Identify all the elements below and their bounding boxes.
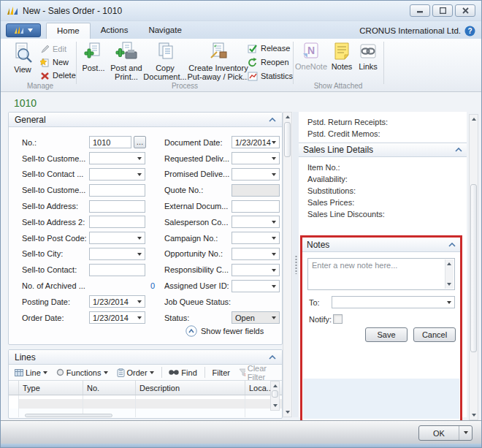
collapse-chevron-icon[interactable] xyxy=(455,148,462,152)
post-and-print-button[interactable]: Post and Print... xyxy=(109,42,144,81)
collapse-chevron-icon[interactable] xyxy=(269,118,276,122)
show-fewer-fields-button[interactable]: Show fewer fields xyxy=(185,325,264,337)
sell-to-customer-no-field[interactable] xyxy=(89,152,145,164)
clear-filter-button[interactable]: Clear Filter xyxy=(236,362,279,383)
reopen-button[interactable]: Reopen xyxy=(248,56,293,68)
sell-to-address2-field[interactable] xyxy=(89,216,145,228)
application-menu-button[interactable] xyxy=(6,23,41,37)
links-button[interactable]: Links xyxy=(356,42,380,71)
close-button[interactable] xyxy=(455,4,475,17)
cancel-note-button[interactable]: Cancel xyxy=(413,327,456,342)
field-label: Sell-to Post Code: xyxy=(22,234,89,243)
copy-document-button[interactable]: Copy Document... xyxy=(145,42,185,81)
sell-to-post-code-field[interactable] xyxy=(89,232,145,244)
ok-button[interactable]: OK xyxy=(418,425,473,441)
promised-delivery-date-field[interactable] xyxy=(232,168,280,181)
opportunity-no-field[interactable] xyxy=(232,248,280,260)
functions-menu-button[interactable]: Functions xyxy=(53,367,111,379)
new-button[interactable]: New xyxy=(40,56,76,68)
svg-text:?: ? xyxy=(467,27,472,35)
tab-navigate[interactable]: Navigate xyxy=(138,23,191,39)
page-title: 1010 xyxy=(14,97,37,109)
posting-date-field[interactable]: 1/23/2014 xyxy=(89,295,145,308)
left-pane-scrollbar[interactable] xyxy=(283,112,292,417)
save-note-button[interactable]: Save xyxy=(365,327,408,342)
delete-button[interactable]: Delete xyxy=(40,69,76,81)
notes-button[interactable]: Notes xyxy=(329,42,354,71)
line-icon xyxy=(15,369,23,376)
edit-button[interactable]: Edit xyxy=(40,43,76,55)
assigned-user-id-field[interactable] xyxy=(232,280,280,292)
release-button[interactable]: Release xyxy=(248,42,293,54)
no-of-archived-value[interactable]: 0 xyxy=(89,281,159,290)
sales-line-details-header[interactable]: Sales Line Details xyxy=(299,143,467,157)
sell-to-contact-no-field[interactable] xyxy=(89,168,145,181)
grid-horizontal-scrollbar[interactable] xyxy=(25,414,112,417)
substitutions-item[interactable]: Substitutions: xyxy=(307,185,458,197)
view-button[interactable]: View xyxy=(8,42,37,74)
field-row: Job Queue Status: xyxy=(164,294,281,310)
tab-home[interactable]: Home xyxy=(46,23,91,39)
column-header-no[interactable]: No. xyxy=(83,381,136,395)
create-inventory-putaway-pick-button[interactable]: Create Inventory Put-away / Pick... xyxy=(186,42,250,81)
sales-line-discounts-item[interactable]: Sales Line Discounts: xyxy=(307,208,458,220)
ok-dropdown-arrow[interactable] xyxy=(459,426,472,440)
order-date-field[interactable]: 1/23/2014 xyxy=(89,311,145,324)
sales-prices-item[interactable]: Sales Prices: xyxy=(307,197,458,208)
collapse-chevron-icon[interactable] xyxy=(269,355,276,360)
notify-checkbox[interactable] xyxy=(333,314,343,324)
item-no-item[interactable]: Item No.: xyxy=(307,162,458,173)
line-menu-button[interactable]: Line xyxy=(12,367,50,379)
note-to-field[interactable] xyxy=(332,296,455,308)
status-field[interactable]: Open xyxy=(232,311,280,324)
sell-to-city-field[interactable] xyxy=(89,248,145,260)
help-button[interactable]: ? xyxy=(464,26,475,38)
field-row: Posting Date: 1/23/2014 xyxy=(22,294,159,310)
external-document-no-field[interactable] xyxy=(232,200,280,213)
post-button[interactable]: Post... xyxy=(80,42,107,72)
tab-actions[interactable]: Actions xyxy=(91,23,139,39)
statistics-button[interactable]: Statistics xyxy=(248,70,293,82)
note-scrollbar[interactable] xyxy=(445,259,454,289)
lines-fasttab: Lines Line Functions Order xyxy=(8,349,283,419)
field-label: Sell-to City: xyxy=(22,249,89,258)
field-row: Sell-to Custome... xyxy=(22,151,159,167)
column-header-location[interactable]: Loca... xyxy=(245,381,270,395)
salesperson-code-field[interactable] xyxy=(232,216,280,228)
maximize-button[interactable] xyxy=(432,4,453,17)
content-area: 1010 General No.: 1010 … Sell-to Custome… xyxy=(1,92,481,420)
general-fasttab-header[interactable]: General xyxy=(9,113,282,127)
order-menu-button[interactable]: Order xyxy=(114,367,157,379)
requested-delivery-date-field[interactable] xyxy=(232,152,280,164)
sell-to-contact-field[interactable] xyxy=(89,264,145,276)
grid-row[interactable] xyxy=(9,399,282,409)
no-field[interactable]: 1010 xyxy=(89,136,131,148)
find-button[interactable]: Find xyxy=(166,367,199,379)
right-pane-scrollbar[interactable] xyxy=(469,114,478,420)
campaign-no-field[interactable] xyxy=(232,232,280,244)
document-date-field[interactable]: 1/23/2014 xyxy=(232,136,280,148)
pane-splitter[interactable] xyxy=(293,112,299,417)
assist-edit-button[interactable]: … xyxy=(134,136,146,148)
field-row: Sell-to Custome... xyxy=(22,182,159,198)
notes-ribbon-label: Notes xyxy=(332,62,353,71)
filter-button[interactable]: Filter xyxy=(210,367,233,379)
post-and-print-label: Post and Print... xyxy=(109,64,144,81)
note-input[interactable]: Enter a new note here... xyxy=(307,258,455,290)
onenote-button[interactable]: N OneNote xyxy=(294,42,328,71)
sell-to-customer-name-field[interactable] xyxy=(89,184,145,197)
collapse-chevron-icon[interactable] xyxy=(448,243,456,247)
pstd-return-receipts-item[interactable]: Pstd. Return Receipts: xyxy=(307,116,458,128)
column-header-type[interactable]: Type xyxy=(19,381,83,395)
dropdown-arrow-icon xyxy=(272,285,276,290)
minimize-button[interactable] xyxy=(410,4,430,17)
field-label: Sell-to Contact ... xyxy=(22,170,89,178)
pstd-credit-memos-item[interactable]: Pstd. Credit Memos: xyxy=(307,128,458,140)
notes-header[interactable]: Notes xyxy=(302,238,460,252)
responsibility-center-field[interactable] xyxy=(232,264,280,276)
sell-to-address-field[interactable] xyxy=(89,200,145,213)
grid-vertical-scrollbar[interactable] xyxy=(270,381,280,411)
column-header-description[interactable]: Description xyxy=(136,381,245,395)
field-row: Opportunity No.: xyxy=(164,246,281,262)
availability-item[interactable]: Availability: xyxy=(307,173,458,185)
